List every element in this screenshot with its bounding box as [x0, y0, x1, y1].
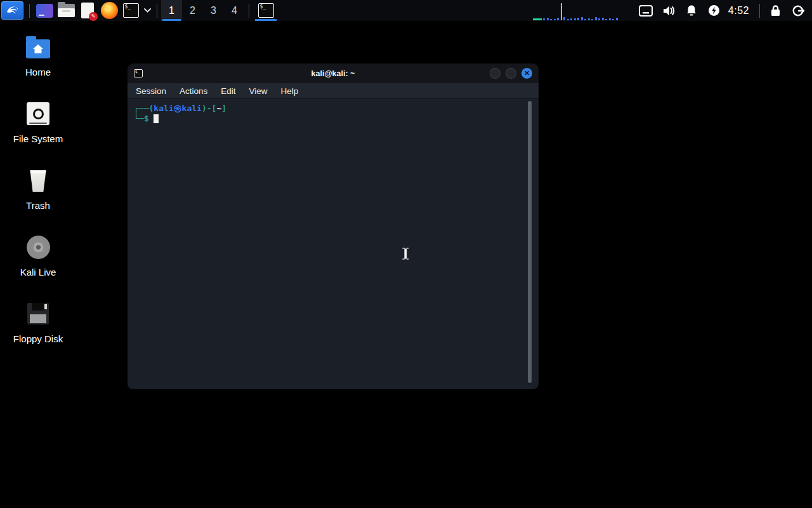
logout-icon [792, 4, 804, 17]
launcher-desktop[interactable] [34, 1, 55, 20]
network-graph[interactable] [533, 1, 628, 20]
terminal-cursor [154, 114, 159, 123]
desktop-icon-label: Trash [26, 200, 50, 211]
graph-bar [616, 18, 618, 20]
panel-separator [157, 4, 157, 18]
menu-view[interactable]: View [249, 86, 268, 96]
graph-bar [598, 18, 600, 20]
graph-bar [570, 18, 572, 20]
tray-notifications[interactable] [680, 0, 703, 21]
terminal-menubar: Session Actions Edit View Help [128, 83, 539, 99]
graph-bar [547, 18, 549, 20]
terminal-dropdown-chevron[interactable] [141, 1, 153, 20]
lock-icon [770, 4, 781, 17]
maximize-button[interactable] [506, 68, 516, 79]
launcher-file-manager[interactable] [55, 1, 77, 20]
graph-bar [612, 19, 614, 20]
graph-bar [595, 17, 597, 20]
launcher-firefox[interactable] [98, 1, 120, 20]
launcher-terminal[interactable]: $_ [120, 1, 141, 20]
minimize-button[interactable] [490, 68, 501, 79]
graph-bar [557, 18, 559, 20]
terminal-content[interactable]: ┌──(kali㉿kali)-[~] └─$ [128, 99, 539, 389]
volume-icon [662, 5, 675, 17]
display-icon [639, 5, 653, 17]
graph-bar [561, 3, 562, 20]
home-folder-icon [26, 34, 50, 60]
file-manager-icon [58, 4, 75, 17]
graph-bar [543, 18, 545, 20]
desktop-icon-label: Home [25, 67, 51, 77]
desktop-icon-home[interactable]: Home [10, 34, 66, 77]
window-titlebar[interactable]: $_ kali@kali: ~ ✕ [128, 64, 539, 83]
graph-bar [577, 18, 579, 20]
desktop-icon-floppy-disk[interactable]: Floppy Disk [10, 301, 66, 344]
kali-menu-button[interactable] [1, 1, 23, 20]
logout-button[interactable] [787, 0, 809, 21]
graph-bar [554, 19, 556, 20]
top-panel: ✎ $_ 1 2 3 4 $_ [0, 0, 812, 21]
workspace-4[interactable]: 4 [224, 0, 245, 21]
menu-edit[interactable]: Edit [221, 86, 235, 96]
panel-separator [29, 4, 30, 18]
prompt-frame: └─$ [134, 114, 148, 123]
panel-separator [249, 4, 249, 18]
desktop-icon-label: Floppy Disk [13, 333, 63, 344]
desktop-icons: Home File System Trash Kali Live Floppy … [10, 34, 66, 344]
graph-bar [602, 18, 604, 20]
file-system-icon [27, 101, 49, 126]
graph-bar [591, 19, 593, 20]
graph-bar [581, 17, 583, 20]
graph-bar [609, 18, 611, 20]
tray-display[interactable] [634, 0, 657, 21]
mouse-ibeam-cursor [401, 247, 410, 263]
disc-icon [27, 234, 50, 260]
workspace-3-label: 3 [211, 5, 216, 17]
workspace-2[interactable]: 2 [182, 0, 203, 21]
desktop-icon-label: File System [13, 133, 63, 144]
desktop-icon-kali-live[interactable]: Kali Live [10, 234, 66, 277]
graph-bar [533, 18, 542, 20]
close-button[interactable]: ✕ [521, 68, 532, 79]
prompt-frame: ┌──( [134, 104, 154, 113]
tray-power-manager[interactable] [703, 0, 726, 21]
power-indicator-icon [708, 4, 720, 17]
graph-bar [550, 19, 552, 20]
graph-bar [563, 17, 565, 20]
menu-actions[interactable]: Actions [180, 86, 207, 96]
bell-icon [686, 4, 697, 17]
clock[interactable]: 4:52 [726, 5, 756, 17]
window-title: kali@kali: ~ [128, 69, 539, 78]
prompt-frame: )-[ [202, 104, 216, 113]
graph-bar [605, 19, 607, 20]
launcher-text-editor[interactable]: ✎ [77, 1, 98, 20]
desktop-icon-file-system[interactable]: File System [10, 101, 66, 144]
workspace-4-label: 4 [232, 5, 237, 17]
panel-separator [759, 4, 760, 18]
workspace-1-label: 1 [169, 5, 174, 17]
prompt-user: kali㉿kali [154, 104, 202, 113]
taskbar-window-terminal[interactable]: $_ [253, 0, 278, 21]
workspace-1[interactable]: 1 [161, 0, 182, 21]
graph-bar [584, 19, 586, 20]
graph-bar [588, 18, 590, 20]
graph-bar [567, 19, 569, 20]
tray-volume[interactable] [657, 0, 680, 21]
kali-logo-icon [5, 2, 20, 20]
menu-session[interactable]: Session [136, 86, 166, 96]
firefox-icon [101, 2, 118, 19]
prompt-frame: ] [221, 104, 226, 113]
desktop-icon-label: Kali Live [20, 267, 56, 277]
prompt-line-1: ┌──(kali㉿kali)-[~] [134, 104, 532, 114]
terminal-window: $_ kali@kali: ~ ✕ Session Actions Edit V… [128, 64, 539, 389]
trash-icon [29, 168, 48, 193]
workspace-3[interactable]: 3 [203, 0, 224, 21]
floppy-disk-icon [27, 301, 49, 326]
lock-screen-button[interactable] [764, 0, 787, 21]
menu-help[interactable]: Help [281, 86, 299, 96]
desktop-icon-trash[interactable]: Trash [10, 168, 66, 211]
terminal-icon: $_ [123, 3, 139, 18]
terminal-scrollbar[interactable] [528, 101, 532, 383]
desktop-app-icon [36, 4, 53, 18]
text-editor-icon: ✎ [81, 3, 94, 18]
